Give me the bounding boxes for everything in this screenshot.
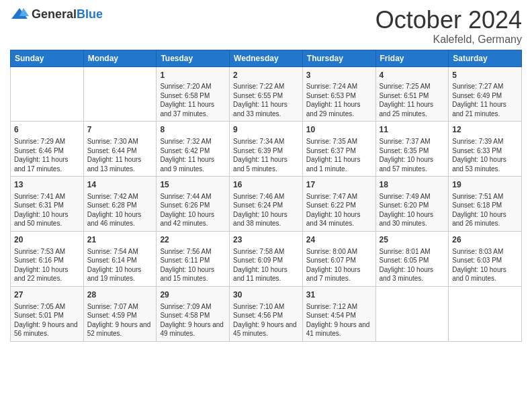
day-number: 8: [160, 124, 226, 136]
calendar-cell: 23Sunrise: 7:58 AM Sunset: 6:09 PM Dayli…: [230, 231, 303, 286]
calendar-cell: 6Sunrise: 7:29 AM Sunset: 6:46 PM Daylig…: [11, 122, 84, 177]
calendar-cell: 22Sunrise: 7:56 AM Sunset: 6:11 PM Dayli…: [157, 231, 230, 286]
calendar-cell: 7Sunrise: 7:30 AM Sunset: 6:44 PM Daylig…: [83, 122, 157, 177]
calendar-cell: [375, 286, 449, 341]
month-title: October 2024: [375, 7, 522, 34]
calendar-cell: 5Sunrise: 7:27 AM Sunset: 6:49 PM Daylig…: [449, 66, 522, 122]
day-number: 30: [233, 289, 299, 301]
calendar-cell: 16Sunrise: 7:46 AM Sunset: 6:24 PM Dayli…: [230, 177, 303, 232]
day-number: 17: [306, 179, 372, 191]
day-number: 5: [452, 70, 518, 81]
day-detail: Sunrise: 7:25 AM Sunset: 6:51 PM Dayligh…: [380, 82, 445, 118]
day-detail: Sunrise: 7:53 AM Sunset: 6:16 PM Dayligh…: [14, 247, 80, 283]
weekday-header-tuesday: Tuesday: [157, 50, 230, 66]
day-number: 26: [452, 234, 518, 246]
day-detail: Sunrise: 7:37 AM Sunset: 6:35 PM Dayligh…: [380, 137, 445, 173]
calendar-week-row: 1Sunrise: 7:20 AM Sunset: 6:58 PM Daylig…: [11, 66, 522, 122]
day-detail: Sunrise: 7:35 AM Sunset: 6:37 PM Dayligh…: [306, 137, 372, 173]
day-number: 10: [306, 124, 372, 136]
day-detail: Sunrise: 7:34 AM Sunset: 6:39 PM Dayligh…: [233, 137, 299, 173]
day-detail: Sunrise: 7:44 AM Sunset: 6:26 PM Dayligh…: [160, 192, 226, 228]
calendar-cell: 24Sunrise: 8:00 AM Sunset: 6:07 PM Dayli…: [302, 231, 375, 286]
day-number: 3: [306, 70, 372, 81]
day-detail: Sunrise: 7:56 AM Sunset: 6:11 PM Dayligh…: [160, 247, 226, 283]
calendar-cell: 2Sunrise: 7:22 AM Sunset: 6:55 PM Daylig…: [230, 66, 303, 122]
day-detail: Sunrise: 7:42 AM Sunset: 6:28 PM Dayligh…: [87, 192, 153, 228]
calendar-cell: 13Sunrise: 7:41 AM Sunset: 6:31 PM Dayli…: [11, 177, 84, 232]
weekday-header-row: SundayMondayTuesdayWednesdayThursdayFrid…: [11, 50, 522, 66]
calendar-cell: 26Sunrise: 8:03 AM Sunset: 6:03 PM Dayli…: [449, 231, 522, 286]
day-number: 22: [160, 234, 226, 246]
calendar-cell: 3Sunrise: 7:24 AM Sunset: 6:53 PM Daylig…: [302, 66, 375, 122]
day-detail: Sunrise: 7:29 AM Sunset: 6:46 PM Dayligh…: [14, 137, 80, 173]
day-number: 23: [233, 234, 299, 246]
day-detail: Sunrise: 7:10 AM Sunset: 4:56 PM Dayligh…: [233, 302, 299, 338]
calendar-week-row: 6Sunrise: 7:29 AM Sunset: 6:46 PM Daylig…: [11, 122, 522, 177]
day-detail: Sunrise: 7:41 AM Sunset: 6:31 PM Dayligh…: [14, 192, 80, 228]
calendar-cell: 31Sunrise: 7:12 AM Sunset: 4:54 PM Dayli…: [302, 286, 375, 341]
weekday-header-sunday: Sunday: [11, 50, 84, 66]
calendar-table: SundayMondayTuesdayWednesdayThursdayFrid…: [10, 50, 522, 342]
logo: GeneralBlue: [10, 7, 103, 21]
day-number: 19: [452, 179, 518, 191]
logo-blue: Blue: [77, 7, 103, 21]
calendar-cell: 25Sunrise: 8:01 AM Sunset: 6:05 PM Dayli…: [375, 231, 449, 286]
day-number: 25: [380, 234, 445, 246]
calendar-cell: 30Sunrise: 7:10 AM Sunset: 4:56 PM Dayli…: [230, 286, 303, 341]
calendar-cell: 8Sunrise: 7:32 AM Sunset: 6:42 PM Daylig…: [157, 122, 230, 177]
calendar-cell: [83, 66, 157, 122]
day-number: 12: [452, 124, 518, 136]
day-detail: Sunrise: 7:05 AM Sunset: 5:01 PM Dayligh…: [14, 302, 80, 338]
calendar-week-row: 13Sunrise: 7:41 AM Sunset: 6:31 PM Dayli…: [11, 177, 522, 232]
calendar-week-row: 27Sunrise: 7:05 AM Sunset: 5:01 PM Dayli…: [11, 286, 522, 341]
day-detail: Sunrise: 7:30 AM Sunset: 6:44 PM Dayligh…: [87, 137, 153, 173]
day-number: 15: [160, 179, 226, 191]
main-container: GeneralBlue October 2024 Kalefeld, Germa…: [0, 0, 532, 349]
title-block: October 2024 Kalefeld, Germany: [375, 7, 522, 46]
day-number: 28: [87, 289, 153, 301]
day-detail: Sunrise: 8:00 AM Sunset: 6:07 PM Dayligh…: [306, 247, 372, 283]
weekday-header-friday: Friday: [375, 50, 449, 66]
day-number: 7: [87, 124, 153, 136]
day-number: 29: [160, 289, 226, 301]
day-detail: Sunrise: 7:12 AM Sunset: 4:54 PM Dayligh…: [306, 302, 372, 338]
day-number: 11: [380, 124, 445, 136]
calendar-cell: 27Sunrise: 7:05 AM Sunset: 5:01 PM Dayli…: [11, 286, 84, 341]
day-number: 1: [160, 70, 226, 81]
day-detail: Sunrise: 7:47 AM Sunset: 6:22 PM Dayligh…: [306, 192, 372, 228]
calendar-cell: 9Sunrise: 7:34 AM Sunset: 6:39 PM Daylig…: [230, 122, 303, 177]
weekday-header-thursday: Thursday: [302, 50, 375, 66]
day-number: 16: [233, 179, 299, 191]
day-detail: Sunrise: 7:22 AM Sunset: 6:55 PM Dayligh…: [233, 82, 299, 118]
logo-general: General: [32, 7, 77, 21]
calendar-cell: 17Sunrise: 7:47 AM Sunset: 6:22 PM Dayli…: [302, 177, 375, 232]
calendar-cell: 12Sunrise: 7:39 AM Sunset: 6:33 PM Dayli…: [449, 122, 522, 177]
day-detail: Sunrise: 7:20 AM Sunset: 6:58 PM Dayligh…: [160, 82, 226, 118]
calendar-cell: 29Sunrise: 7:09 AM Sunset: 4:58 PM Dayli…: [157, 286, 230, 341]
day-detail: Sunrise: 7:51 AM Sunset: 6:18 PM Dayligh…: [452, 192, 518, 228]
day-detail: Sunrise: 7:24 AM Sunset: 6:53 PM Dayligh…: [306, 82, 372, 118]
day-number: 4: [380, 70, 445, 81]
logo-text: GeneralBlue: [32, 7, 103, 21]
weekday-header-saturday: Saturday: [449, 50, 522, 66]
day-number: 31: [306, 289, 372, 301]
day-number: 24: [306, 234, 372, 246]
day-detail: Sunrise: 7:54 AM Sunset: 6:14 PM Dayligh…: [87, 247, 153, 283]
calendar-cell: 4Sunrise: 7:25 AM Sunset: 6:51 PM Daylig…: [375, 66, 449, 122]
calendar-cell: 15Sunrise: 7:44 AM Sunset: 6:26 PM Dayli…: [157, 177, 230, 232]
logo-icon: [10, 7, 29, 21]
day-number: 27: [14, 289, 80, 301]
day-detail: Sunrise: 7:58 AM Sunset: 6:09 PM Dayligh…: [233, 247, 299, 283]
day-number: 13: [14, 179, 80, 191]
calendar-cell: [449, 286, 522, 341]
calendar-week-row: 20Sunrise: 7:53 AM Sunset: 6:16 PM Dayli…: [11, 231, 522, 286]
calendar-cell: 19Sunrise: 7:51 AM Sunset: 6:18 PM Dayli…: [449, 177, 522, 232]
calendar-cell: 1Sunrise: 7:20 AM Sunset: 6:58 PM Daylig…: [157, 66, 230, 122]
day-detail: Sunrise: 7:46 AM Sunset: 6:24 PM Dayligh…: [233, 192, 299, 228]
day-detail: Sunrise: 7:07 AM Sunset: 4:59 PM Dayligh…: [87, 302, 153, 338]
day-number: 20: [14, 234, 80, 246]
calendar-cell: 18Sunrise: 7:49 AM Sunset: 6:20 PM Dayli…: [375, 177, 449, 232]
day-number: 6: [14, 124, 80, 136]
day-number: 18: [380, 179, 445, 191]
weekday-header-monday: Monday: [83, 50, 157, 66]
